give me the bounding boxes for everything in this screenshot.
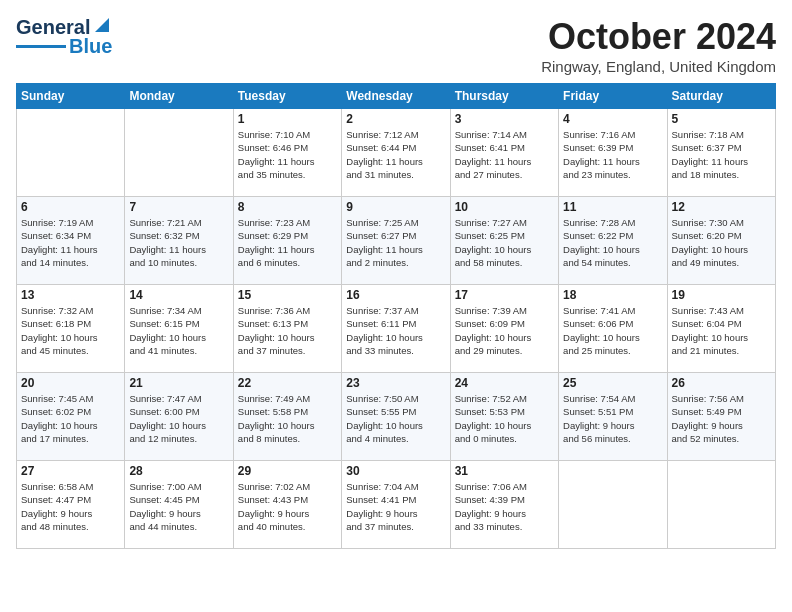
weekday-sunday: Sunday	[17, 84, 125, 109]
day-info: Sunrise: 7:00 AM Sunset: 4:45 PM Dayligh…	[129, 480, 228, 533]
day-info: Sunrise: 7:19 AM Sunset: 6:34 PM Dayligh…	[21, 216, 120, 269]
day-number: 28	[129, 464, 228, 478]
day-number: 29	[238, 464, 337, 478]
calendar-body: 1Sunrise: 7:10 AM Sunset: 6:46 PM Daylig…	[17, 109, 776, 549]
calendar-cell: 14Sunrise: 7:34 AM Sunset: 6:15 PM Dayli…	[125, 285, 233, 373]
day-number: 30	[346, 464, 445, 478]
calendar-cell: 17Sunrise: 7:39 AM Sunset: 6:09 PM Dayli…	[450, 285, 558, 373]
day-number: 1	[238, 112, 337, 126]
day-number: 17	[455, 288, 554, 302]
day-number: 7	[129, 200, 228, 214]
calendar-cell: 20Sunrise: 7:45 AM Sunset: 6:02 PM Dayli…	[17, 373, 125, 461]
day-info: Sunrise: 7:34 AM Sunset: 6:15 PM Dayligh…	[129, 304, 228, 357]
calendar-cell: 6Sunrise: 7:19 AM Sunset: 6:34 PM Daylig…	[17, 197, 125, 285]
day-number: 9	[346, 200, 445, 214]
day-info: Sunrise: 7:21 AM Sunset: 6:32 PM Dayligh…	[129, 216, 228, 269]
calendar-cell: 5Sunrise: 7:18 AM Sunset: 6:37 PM Daylig…	[667, 109, 775, 197]
day-number: 8	[238, 200, 337, 214]
calendar-cell: 26Sunrise: 7:56 AM Sunset: 5:49 PM Dayli…	[667, 373, 775, 461]
calendar-cell: 3Sunrise: 7:14 AM Sunset: 6:41 PM Daylig…	[450, 109, 558, 197]
weekday-thursday: Thursday	[450, 84, 558, 109]
calendar-cell: 30Sunrise: 7:04 AM Sunset: 4:41 PM Dayli…	[342, 461, 450, 549]
location: Ringway, England, United Kingdom	[541, 58, 776, 75]
calendar-cell	[667, 461, 775, 549]
calendar-cell: 1Sunrise: 7:10 AM Sunset: 6:46 PM Daylig…	[233, 109, 341, 197]
calendar-cell: 4Sunrise: 7:16 AM Sunset: 6:39 PM Daylig…	[559, 109, 667, 197]
svg-marker-0	[95, 18, 109, 32]
calendar-cell: 10Sunrise: 7:27 AM Sunset: 6:25 PM Dayli…	[450, 197, 558, 285]
weekday-tuesday: Tuesday	[233, 84, 341, 109]
weekday-monday: Monday	[125, 84, 233, 109]
calendar-cell: 15Sunrise: 7:36 AM Sunset: 6:13 PM Dayli…	[233, 285, 341, 373]
day-info: Sunrise: 7:50 AM Sunset: 5:55 PM Dayligh…	[346, 392, 445, 445]
logo: General Blue	[16, 16, 113, 58]
calendar-cell: 21Sunrise: 7:47 AM Sunset: 6:00 PM Dayli…	[125, 373, 233, 461]
day-number: 26	[672, 376, 771, 390]
calendar-cell: 25Sunrise: 7:54 AM Sunset: 5:51 PM Dayli…	[559, 373, 667, 461]
day-info: Sunrise: 7:16 AM Sunset: 6:39 PM Dayligh…	[563, 128, 662, 181]
week-row-3: 13Sunrise: 7:32 AM Sunset: 6:18 PM Dayli…	[17, 285, 776, 373]
calendar-cell: 29Sunrise: 7:02 AM Sunset: 4:43 PM Dayli…	[233, 461, 341, 549]
day-info: Sunrise: 7:18 AM Sunset: 6:37 PM Dayligh…	[672, 128, 771, 181]
title-block: October 2024 Ringway, England, United Ki…	[541, 16, 776, 75]
day-number: 16	[346, 288, 445, 302]
day-info: Sunrise: 7:25 AM Sunset: 6:27 PM Dayligh…	[346, 216, 445, 269]
day-number: 6	[21, 200, 120, 214]
day-number: 4	[563, 112, 662, 126]
calendar-cell: 7Sunrise: 7:21 AM Sunset: 6:32 PM Daylig…	[125, 197, 233, 285]
calendar-cell: 16Sunrise: 7:37 AM Sunset: 6:11 PM Dayli…	[342, 285, 450, 373]
calendar-cell: 19Sunrise: 7:43 AM Sunset: 6:04 PM Dayli…	[667, 285, 775, 373]
page-header: General Blue October 2024 Ringway, Engla…	[16, 16, 776, 75]
calendar-cell: 8Sunrise: 7:23 AM Sunset: 6:29 PM Daylig…	[233, 197, 341, 285]
day-info: Sunrise: 7:56 AM Sunset: 5:49 PM Dayligh…	[672, 392, 771, 445]
day-info: Sunrise: 7:02 AM Sunset: 4:43 PM Dayligh…	[238, 480, 337, 533]
day-info: Sunrise: 6:58 AM Sunset: 4:47 PM Dayligh…	[21, 480, 120, 533]
day-number: 10	[455, 200, 554, 214]
day-info: Sunrise: 7:41 AM Sunset: 6:06 PM Dayligh…	[563, 304, 662, 357]
day-info: Sunrise: 7:10 AM Sunset: 6:46 PM Dayligh…	[238, 128, 337, 181]
day-info: Sunrise: 7:04 AM Sunset: 4:41 PM Dayligh…	[346, 480, 445, 533]
month-title: October 2024	[541, 16, 776, 58]
calendar-cell: 18Sunrise: 7:41 AM Sunset: 6:06 PM Dayli…	[559, 285, 667, 373]
logo-arrow-icon	[91, 14, 113, 36]
week-row-5: 27Sunrise: 6:58 AM Sunset: 4:47 PM Dayli…	[17, 461, 776, 549]
calendar-cell: 28Sunrise: 7:00 AM Sunset: 4:45 PM Dayli…	[125, 461, 233, 549]
logo-line	[16, 45, 66, 48]
calendar-cell: 31Sunrise: 7:06 AM Sunset: 4:39 PM Dayli…	[450, 461, 558, 549]
day-number: 23	[346, 376, 445, 390]
week-row-2: 6Sunrise: 7:19 AM Sunset: 6:34 PM Daylig…	[17, 197, 776, 285]
day-info: Sunrise: 7:45 AM Sunset: 6:02 PM Dayligh…	[21, 392, 120, 445]
day-info: Sunrise: 7:54 AM Sunset: 5:51 PM Dayligh…	[563, 392, 662, 445]
day-number: 5	[672, 112, 771, 126]
calendar-cell: 13Sunrise: 7:32 AM Sunset: 6:18 PM Dayli…	[17, 285, 125, 373]
calendar-cell: 12Sunrise: 7:30 AM Sunset: 6:20 PM Dayli…	[667, 197, 775, 285]
day-number: 22	[238, 376, 337, 390]
day-info: Sunrise: 7:12 AM Sunset: 6:44 PM Dayligh…	[346, 128, 445, 181]
day-info: Sunrise: 7:23 AM Sunset: 6:29 PM Dayligh…	[238, 216, 337, 269]
calendar-cell: 27Sunrise: 6:58 AM Sunset: 4:47 PM Dayli…	[17, 461, 125, 549]
day-number: 2	[346, 112, 445, 126]
calendar-cell	[125, 109, 233, 197]
day-info: Sunrise: 7:37 AM Sunset: 6:11 PM Dayligh…	[346, 304, 445, 357]
day-number: 19	[672, 288, 771, 302]
day-number: 31	[455, 464, 554, 478]
day-info: Sunrise: 7:27 AM Sunset: 6:25 PM Dayligh…	[455, 216, 554, 269]
calendar-cell: 22Sunrise: 7:49 AM Sunset: 5:58 PM Dayli…	[233, 373, 341, 461]
calendar-cell: 11Sunrise: 7:28 AM Sunset: 6:22 PM Dayli…	[559, 197, 667, 285]
day-number: 12	[672, 200, 771, 214]
day-info: Sunrise: 7:39 AM Sunset: 6:09 PM Dayligh…	[455, 304, 554, 357]
day-info: Sunrise: 7:06 AM Sunset: 4:39 PM Dayligh…	[455, 480, 554, 533]
calendar-cell	[17, 109, 125, 197]
weekday-header-row: SundayMondayTuesdayWednesdayThursdayFrid…	[17, 84, 776, 109]
day-number: 27	[21, 464, 120, 478]
day-number: 25	[563, 376, 662, 390]
calendar-cell: 23Sunrise: 7:50 AM Sunset: 5:55 PM Dayli…	[342, 373, 450, 461]
day-number: 11	[563, 200, 662, 214]
weekday-friday: Friday	[559, 84, 667, 109]
day-info: Sunrise: 7:28 AM Sunset: 6:22 PM Dayligh…	[563, 216, 662, 269]
day-info: Sunrise: 7:43 AM Sunset: 6:04 PM Dayligh…	[672, 304, 771, 357]
calendar-cell	[559, 461, 667, 549]
day-info: Sunrise: 7:14 AM Sunset: 6:41 PM Dayligh…	[455, 128, 554, 181]
day-number: 20	[21, 376, 120, 390]
day-number: 24	[455, 376, 554, 390]
